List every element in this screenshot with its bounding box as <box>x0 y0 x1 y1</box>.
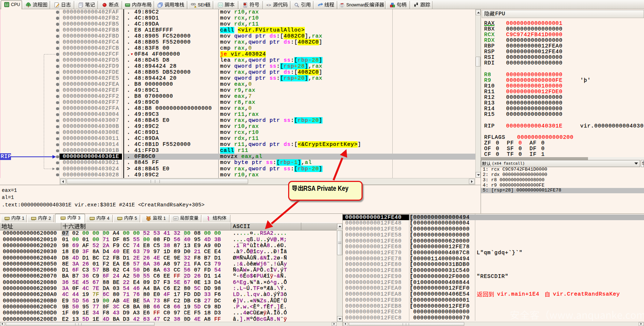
svg-text:64: 64 <box>5 4 8 6</box>
svg-text:x=: x= <box>174 217 178 220</box>
svg-text:<>: <> <box>266 3 271 7</box>
svg-text:<>: <> <box>219 4 222 7</box>
